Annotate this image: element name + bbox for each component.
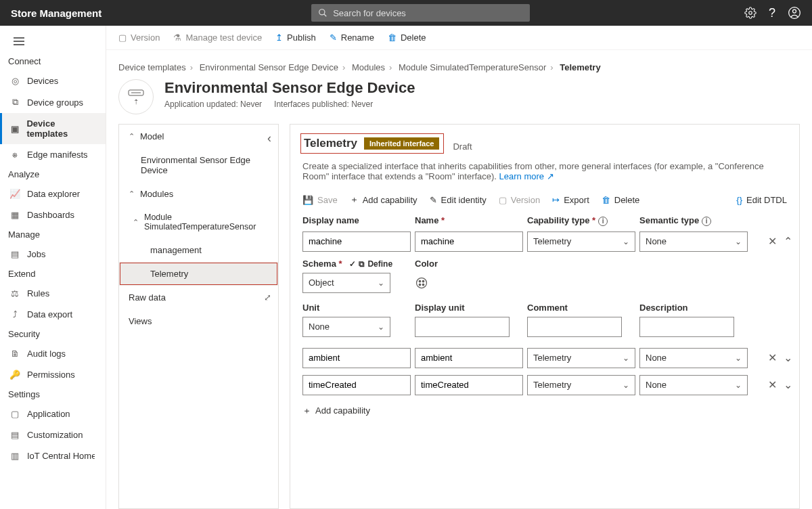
jobs-icon: ▤: [9, 249, 20, 259]
unit-select[interactable]: None⌄: [302, 317, 390, 337]
add-capability-link[interactable]: ＋Add capability: [302, 405, 787, 417]
chevron-down-icon: ⌄: [735, 380, 742, 390]
crumb-device[interactable]: Environmental Sensor Edge Device: [200, 62, 338, 72]
crumb-device-templates[interactable]: Device templates: [118, 62, 186, 72]
tree-management[interactable]: management: [119, 238, 278, 262]
collapse-row-icon[interactable]: ⌃: [784, 235, 792, 248]
svg-point-11: [419, 280, 421, 282]
braces-icon: {}: [736, 195, 742, 205]
nav-section-analyze: Analyze: [0, 165, 106, 183]
panel-title: Telemetry: [304, 137, 357, 150]
nav-iot-central-home[interactable]: ▥IoT Central Home: [0, 445, 106, 466]
chevron-down-icon: ⌄: [623, 237, 629, 246]
tree-telemetry[interactable]: Telemetry: [119, 262, 278, 286]
display-name-input[interactable]: [302, 231, 411, 252]
external-link-icon: ↗: [547, 171, 554, 181]
svg-point-10: [417, 278, 427, 288]
expand-row-icon[interactable]: ⌄: [784, 378, 792, 391]
tree-modules[interactable]: ⌃Modules: [119, 182, 278, 206]
edit-dtdl-button[interactable]: {}Edit DTDL: [736, 195, 787, 205]
cmd-version[interactable]: ▢Version: [118, 32, 160, 43]
learn-more-link[interactable]: Learn more ↗: [499, 171, 554, 181]
tree-raw-data[interactable]: Raw data⤢: [119, 286, 278, 309]
breadcrumb: Device templates› Environmental Sensor E…: [106, 50, 812, 76]
expand-row-icon[interactable]: ⌄: [784, 351, 792, 364]
cmd-rename[interactable]: ✎Rename: [330, 32, 374, 43]
nav-audit-logs[interactable]: 🗎Audit logs: [0, 343, 106, 364]
semantic-type-select[interactable]: None⌄: [639, 348, 748, 368]
cap-type-select[interactable]: Telemetry⌄: [527, 375, 635, 395]
description-input[interactable]: [639, 317, 734, 337]
delete-button[interactable]: 🗑Delete: [602, 195, 640, 205]
svg-point-2: [749, 12, 752, 15]
version-button[interactable]: ▢Version: [499, 195, 540, 205]
page-title: Environmental Sensor Edge Device: [164, 79, 415, 97]
name-input[interactable]: [415, 375, 523, 395]
tree-module-sim[interactable]: ⌃Module SimulatedTemperatureSensor: [119, 206, 278, 238]
crumb-module-sim[interactable]: Module SimulatedTemperatureSensor: [399, 62, 546, 72]
cmd-delete[interactable]: 🗑Delete: [388, 32, 426, 43]
search-input[interactable]: Search for devices: [311, 4, 530, 22]
nav-device-groups[interactable]: ⧉Device groups: [0, 91, 106, 113]
edit-identity-button[interactable]: ✎Edit identity: [430, 195, 487, 205]
nav-edge-manifests[interactable]: ⎈Edge manifests: [0, 144, 106, 165]
color-picker[interactable]: [415, 275, 435, 291]
remove-row-icon[interactable]: ✕: [768, 235, 777, 248]
cap-type-select[interactable]: Telemetry⌄: [527, 348, 635, 368]
nav-devices[interactable]: ◎Devices: [0, 70, 106, 91]
settings-icon[interactable]: [744, 7, 757, 19]
comment-label: Comment: [527, 303, 635, 313]
capability-row: Telemetry⌄ None⌄ ✕⌄: [302, 375, 787, 395]
remove-row-icon[interactable]: ✕: [768, 378, 777, 391]
cmd-manage-test[interactable]: ⚗Manage test device: [173, 32, 262, 43]
cap-type-select[interactable]: Telemetry⌄: [527, 231, 635, 252]
chevron-down-icon: ⌄: [378, 278, 384, 288]
cmd-publish[interactable]: ↥Publish: [275, 32, 316, 43]
nav-dashboards[interactable]: ▦Dashboards: [0, 204, 106, 225]
account-icon[interactable]: [788, 6, 801, 20]
tree-root-device[interactable]: Environmental Sensor Edge Device: [119, 148, 278, 182]
semantic-type-select[interactable]: None⌄: [639, 375, 748, 395]
collapse-tree-icon[interactable]: ‹: [267, 131, 271, 146]
remove-row-icon[interactable]: ✕: [768, 351, 777, 364]
display-unit-input[interactable]: [415, 317, 510, 337]
crumb-modules[interactable]: Modules: [352, 62, 385, 72]
chevron-down-icon: ⌄: [378, 322, 384, 332]
chevron-down-icon: ⌄: [623, 380, 629, 390]
nav-data-export[interactable]: ⤴Data export: [0, 304, 106, 325]
device-groups-icon: ⧉: [9, 97, 20, 108]
nav-customization[interactable]: ▤Customization: [0, 424, 106, 445]
comment-input[interactable]: [527, 317, 622, 337]
tree-icon: ⧉: [359, 259, 365, 269]
hamburger-icon[interactable]: [0, 31, 106, 52]
export-button[interactable]: ↦Export: [552, 195, 589, 205]
expand-icon[interactable]: ⤢: [264, 292, 271, 303]
display-name-input[interactable]: [302, 375, 411, 395]
semantic-type-select[interactable]: None⌄: [639, 231, 748, 252]
device-templates-icon: ▣: [9, 124, 20, 134]
tree-views[interactable]: Views: [119, 309, 278, 333]
nav-data-explorer[interactable]: 📈Data explorer: [0, 183, 106, 204]
info-icon[interactable]: i: [598, 217, 608, 226]
crumb-current: Telemetry: [560, 62, 600, 72]
edit-icon: ✎: [430, 195, 437, 205]
command-bar: ▢Version ⚗Manage test device ↥Publish ✎R…: [106, 26, 812, 50]
nav-rules[interactable]: ⚖Rules: [0, 283, 106, 304]
status-draft: Draft: [453, 141, 472, 152]
name-input[interactable]: [415, 348, 523, 368]
nav-section-connect: Connect: [0, 52, 106, 70]
schema-select[interactable]: Object⌄: [302, 273, 390, 293]
info-icon[interactable]: i: [702, 217, 711, 226]
nav-application[interactable]: ▢Application: [0, 403, 106, 424]
add-capability-button[interactable]: ＋Add capability: [350, 194, 418, 206]
display-name-input[interactable]: [302, 348, 411, 368]
nav-device-templates[interactable]: ▣Device templates: [0, 113, 106, 144]
save-button[interactable]: 💾Save: [302, 195, 338, 205]
name-input[interactable]: [415, 231, 523, 252]
nav-jobs[interactable]: ▤Jobs: [0, 244, 106, 265]
plus-icon: ＋: [302, 405, 311, 417]
help-icon[interactable]: ?: [769, 6, 775, 20]
nav-permissions[interactable]: 🔑Permissions: [0, 364, 106, 385]
tree-model[interactable]: ⌃Model: [119, 125, 278, 148]
nav-section-security: Security: [0, 325, 106, 343]
